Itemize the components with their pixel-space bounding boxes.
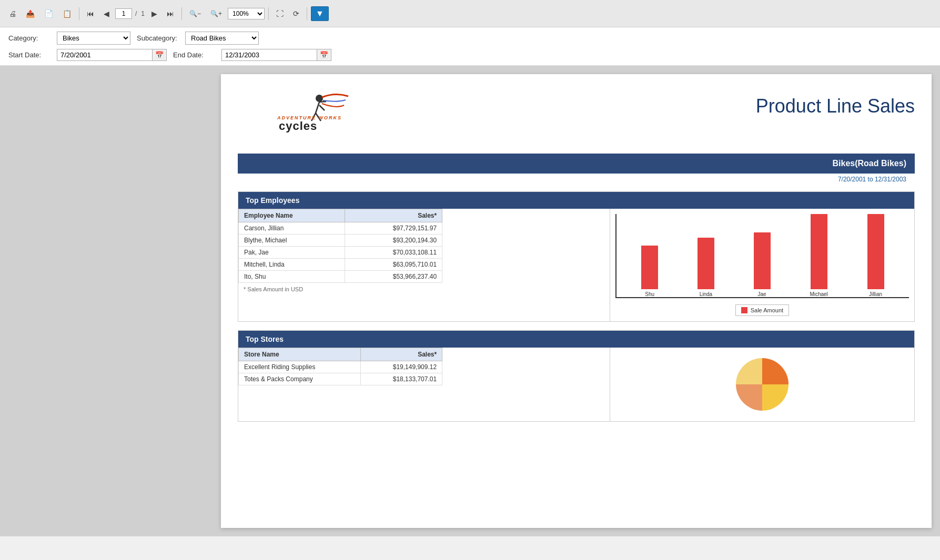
prev-page-button[interactable]: ◀	[100, 7, 113, 21]
report-date-range: 7/20/2001 to 12/31/2003	[238, 174, 915, 185]
table-row: Totes & Packs Company $18,133,707.01	[239, 373, 442, 385]
stores-col-sales: Sales*	[361, 348, 442, 361]
bar-group: Linda	[698, 214, 714, 297]
svg-line-2	[319, 105, 325, 110]
stores-table: Store Name Sales* Excellent Riding Suppl…	[238, 348, 442, 385]
employees-table: Employee Name Sales* Carson, Jillian $97…	[238, 209, 442, 283]
filter-button[interactable]: ▼	[311, 6, 329, 21]
bar-chart-legend: Sale Amount	[735, 304, 789, 316]
top-employees-title-bar: Top Employees	[238, 192, 914, 209]
subcategory-select[interactable]: Road Bikes Mountain Bikes Touring Bikes	[185, 32, 259, 45]
first-page-button[interactable]: ⏮	[83, 7, 98, 21]
export-button[interactable]: 📤	[22, 7, 38, 21]
start-date-input[interactable]	[57, 49, 152, 61]
svg-line-5	[319, 101, 326, 102]
start-date-calendar-button[interactable]: 📅	[152, 49, 167, 61]
store-sales: $18,133,707.01	[361, 373, 442, 385]
category-select[interactable]: Bikes Accessories Clothing Components	[57, 32, 130, 45]
logo-area: ADVENTURE WORKS cycles	[238, 87, 364, 141]
end-date-input[interactable]	[221, 49, 317, 61]
bar	[811, 214, 827, 289]
separator-1	[79, 7, 79, 20]
top-employees-title: Top Employees	[246, 196, 299, 205]
top-employees-body: Employee Name Sales* Carson, Jillian $97…	[238, 209, 914, 321]
svg-point-0	[316, 95, 323, 102]
table-row: Carson, Jillian $97,729,151.97	[239, 222, 442, 235]
zoom-in-button[interactable]: 🔍+	[207, 7, 226, 20]
stores-chart-area	[610, 348, 914, 421]
bar	[754, 232, 771, 289]
fullscreen-button[interactable]: ⛶	[272, 7, 287, 21]
zoom-select[interactable]: 100% 75% 150%	[228, 8, 265, 19]
bar	[698, 238, 714, 289]
page-total: 1	[141, 10, 145, 17]
bar-group: Michael	[810, 214, 827, 297]
employees-col-sales: Sales*	[345, 209, 442, 222]
employees-chart-area: ShuLindaJaeMichaelJillian Sale Amount	[610, 209, 914, 321]
page-layout-button[interactable]: 📄	[41, 7, 57, 21]
svg-text:cycles: cycles	[279, 119, 317, 133]
properties-button[interactable]: 📋	[59, 7, 75, 21]
next-page-button[interactable]: ▶	[148, 7, 161, 21]
bar-label: Shu	[645, 291, 654, 297]
table-row: Excellent Riding Supplies $19,149,909.12	[239, 361, 442, 373]
start-date-label: Start Date:	[8, 51, 50, 59]
report-title: Product Line Sales	[756, 95, 915, 117]
bar-group: Jae	[754, 214, 771, 297]
report-title-area: Product Line Sales	[756, 87, 915, 117]
report-page: ADVENTURE WORKS cycles Product Line Sale…	[221, 74, 932, 528]
page-number-input[interactable]	[115, 8, 132, 19]
toolbar: 🖨 📤 📄 📋 ⏮ ◀ / 1 ▶ ⏭ 🔍− 🔍+ 100% 75% 150% …	[0, 0, 940, 27]
stores-col-name: Store Name	[239, 348, 361, 361]
employee-sales: $70,033,108.11	[345, 247, 442, 259]
section-header-text: Bikes(Road Bikes)	[833, 159, 907, 168]
top-stores-title: Top Stores	[246, 335, 284, 343]
employee-name: Pak, Jae	[239, 247, 345, 259]
top-stores-title-bar: Top Stores	[238, 331, 914, 348]
zoom-out-button[interactable]: 🔍−	[186, 7, 205, 20]
print-button[interactable]: 🖨	[5, 7, 20, 21]
adventure-works-logo: ADVENTURE WORKS cycles	[238, 87, 353, 139]
employee-name: Ito, Shu	[239, 271, 345, 283]
employee-name: Mitchell, Linda	[239, 259, 345, 271]
bar	[867, 214, 884, 289]
employees-table-area: Employee Name Sales* Carson, Jillian $97…	[238, 209, 610, 321]
top-stores-section: Top Stores Store Name Sales*	[238, 330, 915, 422]
top-employees-section: Top Employees Employee Name Sales*	[238, 191, 915, 322]
pie-chart	[731, 353, 794, 416]
legend-label: Sale Amount	[751, 307, 783, 313]
legend-color-box	[741, 307, 747, 313]
svg-line-1	[316, 102, 319, 113]
table-row: Ito, Shu $53,966,237.40	[239, 271, 442, 283]
filter-row-1: Category: Bikes Accessories Clothing Com…	[8, 32, 932, 45]
employee-name: Blythe, Michael	[239, 235, 345, 247]
employees-note: * Sales Amount in USD	[238, 283, 610, 297]
end-date-calendar-button[interactable]: 📅	[317, 49, 331, 61]
report-header: ADVENTURE WORKS cycles Product Line Sale…	[238, 87, 915, 141]
separator-3	[268, 7, 269, 20]
main-area: ADVENTURE WORKS cycles Product Line Sale…	[0, 66, 940, 536]
section-header-bar: Bikes(Road Bikes)	[238, 154, 915, 174]
employee-sales: $53,966,237.40	[345, 271, 442, 283]
table-row: Pak, Jae $70,033,108.11	[239, 247, 442, 259]
employee-sales: $97,729,151.97	[345, 222, 442, 235]
start-date-wrapper: 📅	[57, 49, 167, 61]
page-separator: /	[135, 10, 137, 17]
bar	[641, 246, 658, 289]
category-label: Category:	[8, 34, 50, 42]
end-date-wrapper: 📅	[221, 49, 331, 61]
bar-label: Jillian	[869, 291, 882, 297]
store-sales: $19,149,909.12	[361, 361, 442, 373]
separator-4	[307, 7, 307, 20]
bar-label: Michael	[810, 291, 827, 297]
table-row: Mitchell, Linda $63,095,710.01	[239, 259, 442, 271]
top-stores-body: Store Name Sales* Excellent Riding Suppl…	[238, 348, 914, 421]
refresh-button[interactable]: ⟳	[289, 7, 303, 21]
filter-bar: Category: Bikes Accessories Clothing Com…	[0, 27, 940, 66]
stores-table-area: Store Name Sales* Excellent Riding Suppl…	[238, 348, 610, 421]
last-page-button[interactable]: ⏭	[163, 7, 178, 21]
employee-name: Carson, Jillian	[239, 222, 345, 235]
separator-2	[181, 7, 182, 20]
employee-sales: $63,095,710.01	[345, 259, 442, 271]
bar-chart: ShuLindaJaeMichaelJillian	[615, 214, 909, 298]
